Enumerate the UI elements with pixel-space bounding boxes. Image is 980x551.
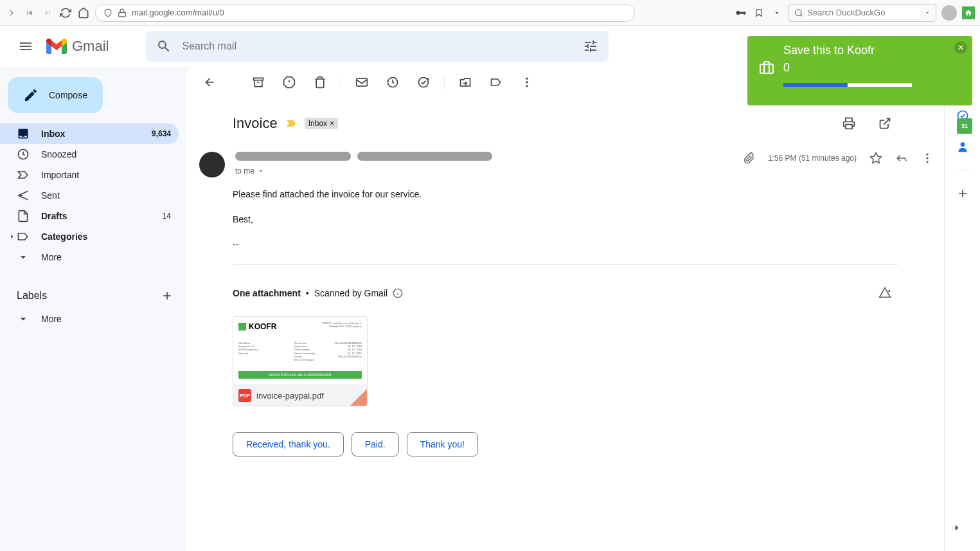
archive-button[interactable] (245, 69, 271, 95)
gmail-logo[interactable]: Gmail (46, 38, 109, 55)
info-icon[interactable] (393, 288, 403, 298)
svg-line-5 (801, 14, 803, 16)
first-icon[interactable] (23, 6, 36, 19)
attachment-filename: invoice-paypal.pdf (256, 391, 324, 401)
add-task-button[interactable] (411, 69, 436, 95)
file-icon (17, 210, 30, 222)
url-text: mail.google.com/mail/u/0 (132, 8, 224, 17)
url-bar[interactable]: mail.google.com/mail/u/0 (95, 4, 635, 22)
shield-icon (103, 8, 112, 17)
pencil-icon (23, 87, 39, 103)
tune-icon[interactable] (583, 39, 598, 54)
back-button[interactable] (197, 69, 222, 95)
close-popup-button[interactable]: ✕ (954, 41, 967, 54)
save-all-drive-button[interactable] (872, 280, 898, 306)
briefcase-icon (758, 60, 776, 75)
lock-icon (118, 8, 127, 17)
pdf-badge: PDF (238, 389, 251, 402)
labels-button[interactable] (483, 69, 509, 95)
browser-search[interactable] (788, 4, 936, 22)
app-name: Gmail (72, 38, 109, 55)
koofr-save-popup: ✕ Save this to Koofr 0 (747, 36, 972, 105)
nav-snoozed[interactable]: Snoozed (0, 144, 179, 165)
reply-button[interactable] (895, 152, 908, 165)
contacts-addon[interactable] (955, 139, 970, 154)
svg-point-4 (796, 9, 801, 15)
sender-email-redacted (357, 152, 492, 161)
attachment-preview: KOOFR KOOFR, razložitev in načrtij, d.o.… (233, 317, 367, 384)
print-button[interactable] (836, 111, 862, 136)
reload-icon[interactable] (59, 6, 72, 19)
sidebar: Compose Inbox 9,634 Snoozed Important Se… (0, 67, 186, 551)
key-icon[interactable] (735, 6, 747, 19)
more-button[interactable] (514, 69, 540, 95)
move-to-button[interactable] (452, 69, 478, 95)
label-icon (9, 230, 30, 243)
svg-rect-24 (357, 78, 368, 86)
nav-more[interactable]: More (0, 247, 179, 267)
scanned-text: Scanned by Gmail (314, 288, 388, 298)
svg-point-37 (926, 157, 928, 159)
label-chip[interactable]: Inbox × (305, 118, 338, 129)
important-marker-icon[interactable] (285, 119, 297, 128)
extension-icon[interactable] (962, 6, 975, 19)
search-icon (156, 39, 172, 54)
main-content: 1 of 16,538 Invoice Inbox × (186, 67, 944, 551)
svg-marker-35 (871, 153, 882, 163)
nav-important[interactable]: Important (0, 165, 179, 185)
nav-sent[interactable]: Sent (0, 185, 179, 206)
search-input[interactable] (182, 41, 573, 52)
koofr-progress (783, 83, 912, 87)
svg-line-18 (19, 195, 28, 200)
search-icon (794, 8, 803, 17)
email-timestamp: 1:56 PM (51 minutes ago) (768, 154, 857, 163)
snooze-button[interactable] (380, 69, 405, 95)
add-label-icon[interactable] (161, 289, 174, 302)
side-panel (944, 67, 980, 551)
mark-unread-button[interactable] (349, 69, 375, 95)
labels-more[interactable]: More (0, 309, 179, 329)
bookmark-icon[interactable] (753, 6, 765, 19)
svg-rect-0 (119, 12, 126, 16)
smart-reply-1[interactable]: Received, thank you. (233, 432, 344, 456)
svg-line-17 (19, 191, 28, 195)
sender-avatar[interactable] (199, 152, 225, 177)
calendar-date-badge[interactable]: 31 (957, 118, 972, 134)
browser-search-input[interactable] (807, 8, 920, 17)
send-icon (17, 189, 30, 202)
get-addons-button[interactable] (955, 186, 970, 201)
nav-inbox[interactable]: Inbox 9,634 (0, 123, 179, 144)
compose-button[interactable]: Compose (8, 77, 103, 113)
delete-button[interactable] (307, 69, 333, 95)
popout-button[interactable] (872, 111, 898, 136)
recipient-line[interactable]: to me (235, 167, 733, 176)
sender-row: to me 1:56 PM (51 minutes ago) (186, 141, 944, 177)
chevron-down-icon[interactable] (771, 6, 783, 19)
koofr-count: 0 (783, 61, 790, 75)
smart-reply-2[interactable]: Paid. (352, 432, 399, 456)
svg-point-38 (926, 161, 928, 163)
svg-point-32 (526, 85, 528, 87)
expand-side-panel-button[interactable] (944, 515, 970, 541)
attachment-card[interactable]: KOOFR KOOFR, razložitev in načrtij, d.o.… (233, 316, 368, 406)
chevron-down-icon[interactable] (924, 10, 931, 16)
last-icon[interactable] (41, 6, 54, 19)
compose-label: Compose (49, 90, 87, 100)
nav-drafts[interactable]: Drafts 14 (0, 206, 179, 226)
browser-profile-icon[interactable] (941, 5, 957, 21)
search-bar[interactable] (146, 31, 609, 62)
remove-label-icon[interactable]: × (330, 119, 334, 128)
smart-reply-3[interactable]: Thank you! (407, 432, 478, 456)
star-button[interactable] (869, 152, 882, 165)
important-icon (17, 168, 30, 181)
spam-button[interactable] (276, 69, 302, 95)
nav-categories[interactable]: Categories (0, 226, 179, 247)
svg-point-31 (526, 81, 528, 83)
forward-icon[interactable] (5, 6, 18, 19)
chevron-down-icon (17, 312, 30, 325)
svg-point-46 (960, 142, 965, 147)
main-menu-button[interactable] (10, 31, 41, 62)
more-button[interactable] (921, 152, 934, 165)
svg-rect-34 (846, 125, 852, 129)
home-icon[interactable] (77, 6, 90, 19)
